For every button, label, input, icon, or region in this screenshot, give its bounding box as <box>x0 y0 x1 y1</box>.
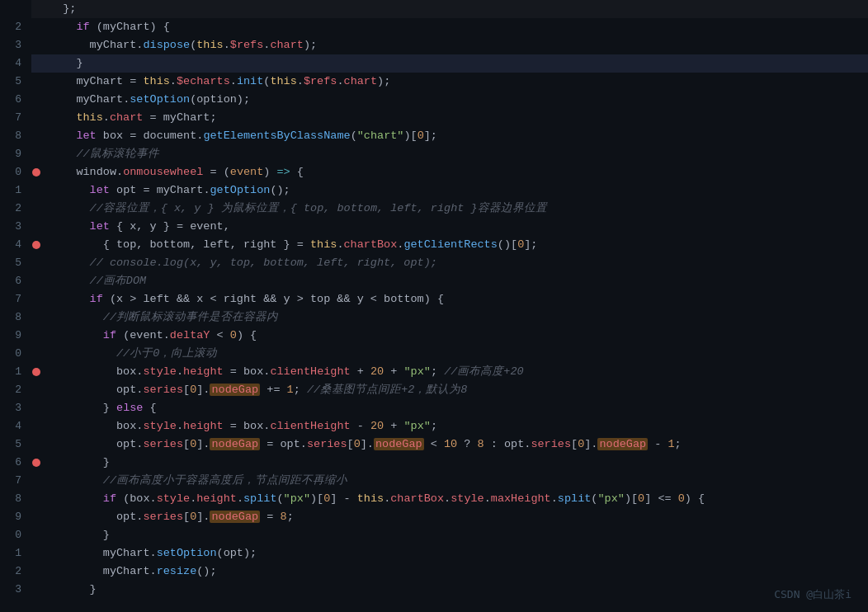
code-editor: }; 2 if (myChart) { 3 myChart.dispose(th… <box>0 0 868 612</box>
code-line: 0 //小于0，向上滚动 <box>0 345 868 363</box>
code-line: 8 let box = document.getElementsByClassN… <box>0 127 868 145</box>
code-line: 9 if (event.deltaY < 0) { <box>0 327 868 345</box>
code-line: 4 box.style.height = box.clientHeight - … <box>0 417 868 435</box>
code-line: 3 } else { <box>0 399 868 417</box>
code-line: 7 this.chart = myChart; <box>0 109 868 127</box>
code-line: 9 opt.series[0].nodeGap = 8; <box>0 508 868 526</box>
code-line: 2 opt.series[0].nodeGap += 1; //桑基图节点间距+… <box>0 381 868 399</box>
code-line: 4 { top, bottom, left, right } = this.ch… <box>0 236 868 254</box>
code-line: 2 //容器位置，{ x, y } 为鼠标位置，{ top, bottom, l… <box>0 200 868 218</box>
code-line: 1 box.style.height = box.clientHeight + … <box>0 363 868 381</box>
code-line: }; <box>0 0 868 18</box>
code-line: 6 myChart.setOption(option); <box>0 91 868 109</box>
code-line: 8 //判断鼠标滚动事件是否在容器内 <box>0 308 868 327</box>
code-line: 5 myChart = this.$echarts.init(this.$ref… <box>0 73 868 91</box>
code-line: 8 if (box.style.height.split("px")[0] - … <box>0 490 868 508</box>
code-line: 6 } <box>0 454 868 472</box>
code-line: 3 } <box>0 581 868 599</box>
code-line: 1 let opt = myChart.getOption(); <box>0 181 868 200</box>
code-line: 6 //画布DOM <box>0 272 868 290</box>
code-line: 7 //画布高度小于容器高度后，节点间距不再缩小 <box>0 472 868 490</box>
code-line: 3 let { x, y } = event, <box>0 218 868 236</box>
code-line: 2 myChart.resize(); <box>0 563 868 581</box>
code-line: 4 } <box>0 54 868 73</box>
code-line: 0 } <box>0 526 868 544</box>
code-line: 0 window.onmousewheel = (event) => { <box>0 163 868 181</box>
code-line: 2 if (myChart) { <box>0 18 868 36</box>
watermark: CSDN @白山茶i <box>774 587 851 602</box>
code-line: 5 opt.series[0].nodeGap = opt.series[0].… <box>0 435 868 454</box>
code-line: 3 myChart.dispose(this.$refs.chart); <box>0 36 868 54</box>
code-line: 5 // console.log(x, y, top, bottom, left… <box>0 254 868 272</box>
code-line: 9 //鼠标滚轮事件 <box>0 145 868 163</box>
code-line: 1 myChart.setOption(opt); <box>0 544 868 563</box>
code-line: 7 if (x > left && x < right && y > top &… <box>0 290 868 308</box>
